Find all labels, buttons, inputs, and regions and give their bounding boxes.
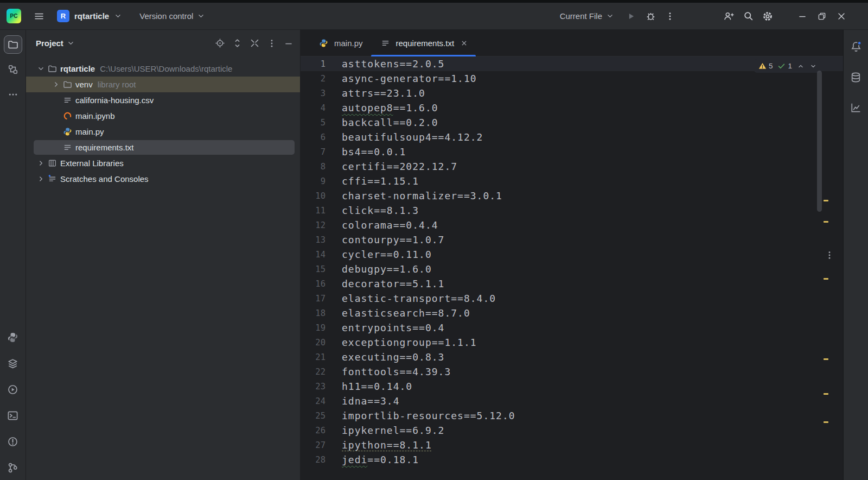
line-number[interactable]: 18 — [301, 308, 326, 318]
code-with-me-button[interactable] — [720, 8, 737, 24]
chevron-right-icon[interactable] — [36, 175, 46, 183]
warning-stripe-mark[interactable] — [824, 200, 828, 201]
line-number[interactable]: 22 — [301, 367, 326, 377]
search-everywhere-button[interactable] — [740, 8, 756, 24]
code-line-14[interactable]: 14cycler==0.11.0 — [301, 247, 843, 262]
line-number[interactable]: 17 — [301, 294, 326, 304]
code-line-8[interactable]: 8certifi==2022.12.7 — [301, 159, 843, 174]
line-number[interactable]: 5 — [301, 118, 326, 128]
main-menu-button[interactable] — [31, 8, 47, 24]
scrollbar-thumb[interactable] — [817, 71, 822, 212]
code-line-24[interactable]: 24idna==3.4 — [301, 394, 843, 408]
panel-options-button[interactable] — [267, 39, 277, 48]
next-problem-button[interactable] — [809, 62, 817, 70]
line-number[interactable]: 28 — [301, 455, 326, 465]
line-number[interactable]: 10 — [301, 191, 326, 201]
chevron-right-icon[interactable] — [36, 159, 46, 167]
version-control-tool-button[interactable] — [4, 458, 22, 477]
line-number[interactable]: 12 — [301, 220, 326, 230]
terminal-tool-button[interactable] — [4, 406, 22, 425]
line-number[interactable]: 21 — [301, 352, 326, 362]
line-number[interactable]: 2 — [301, 74, 326, 84]
collapse-all-button[interactable] — [250, 38, 260, 48]
warnings-badge[interactable]: 5 — [758, 62, 773, 70]
restore-button[interactable] — [814, 8, 830, 24]
code-line-21[interactable]: 21executing==0.8.3 — [301, 350, 843, 364]
passed-badge[interactable]: 1 — [777, 62, 792, 70]
code-line-20[interactable]: 20exceptiongroup==1.1.1 — [301, 335, 843, 350]
code-line-2[interactable]: 2async-generator==1.10 — [301, 71, 843, 86]
line-number[interactable]: 7 — [301, 147, 326, 157]
code-line-22[interactable]: 22fonttools==4.39.3 — [301, 364, 843, 379]
code-line-7[interactable]: 7bs4==0.0.1 — [301, 144, 843, 159]
close-button[interactable] — [833, 8, 850, 24]
code-line-10[interactable]: 10charset-normalizer==3.0.1 — [301, 188, 843, 203]
tab-main-py[interactable]: main.py — [309, 30, 371, 56]
line-number[interactable]: 1 — [301, 59, 326, 69]
more-tool-windows-button[interactable] — [4, 85, 22, 104]
warning-stripe-mark[interactable] — [824, 393, 828, 395]
line-number[interactable]: 6 — [301, 132, 326, 142]
commit-tool-button[interactable] — [4, 60, 22, 79]
problems-tool-button[interactable] — [4, 432, 22, 451]
chart-tool-button[interactable] — [847, 98, 865, 117]
run-tool-button[interactable] — [4, 380, 22, 399]
select-opened-file-button[interactable] — [215, 38, 225, 48]
warning-stripe-mark[interactable] — [824, 358, 828, 360]
tree-item-main-ipynb[interactable]: main.ipynb — [26, 108, 300, 124]
line-number[interactable]: 9 — [301, 176, 326, 186]
chevron-right-icon[interactable] — [51, 80, 61, 89]
code-line-12[interactable]: 12colorama==0.4.4 — [301, 218, 843, 232]
code-line-16[interactable]: 16decorator==5.1.1 — [301, 276, 843, 291]
chevron-down-icon[interactable] — [36, 65, 46, 73]
notifications-tool-button[interactable] — [847, 37, 865, 56]
line-number[interactable]: 14 — [301, 250, 326, 260]
database-tool-button[interactable] — [847, 68, 865, 86]
code-line-9[interactable]: 9cffi==1.15.1 — [301, 174, 843, 188]
line-number[interactable]: 16 — [301, 279, 326, 289]
python-packages-tool-button[interactable] — [4, 328, 22, 346]
tree-item-scratches-and-consoles[interactable]: Scratches and Consoles — [26, 171, 300, 187]
code-line-27[interactable]: 27ipython==8.1.1 — [301, 438, 843, 452]
tree-item-requirements-txt[interactable]: requirements.txt — [26, 140, 300, 155]
code-line-6[interactable]: 6beautifulsoup4==4.12.2 — [301, 130, 843, 144]
tree-item-venv[interactable]: venvlibrary root — [26, 77, 300, 92]
line-number[interactable]: 23 — [301, 382, 326, 391]
warning-stripe-mark[interactable] — [824, 421, 828, 423]
code-line-28[interactable]: 28jedi==0.18.1 — [301, 452, 843, 467]
chevron-down-icon[interactable] — [67, 39, 75, 47]
services-tool-button[interactable] — [4, 354, 22, 372]
hide-panel-button[interactable] — [284, 39, 293, 48]
code-line-17[interactable]: 17elastic-transport==8.4.0 — [301, 291, 843, 306]
warning-stripe-mark[interactable] — [824, 278, 828, 280]
code-line-4[interactable]: 4autopep8==1.6.0 — [301, 100, 843, 115]
line-number[interactable]: 19 — [301, 323, 326, 333]
run-button[interactable] — [623, 8, 639, 24]
version-control-selector[interactable]: Version control — [139, 11, 205, 21]
project-selector[interactable]: R rqtarticle — [57, 10, 122, 22]
code-line-23[interactable]: 23h11==0.14.0 — [301, 379, 843, 394]
code-line-13[interactable]: 13contourpy==1.0.7 — [301, 232, 843, 247]
run-configuration-selector[interactable]: Current File — [560, 11, 614, 21]
code-line-26[interactable]: 26ipykernel==6.9.2 — [301, 423, 843, 438]
settings-button[interactable] — [760, 8, 776, 24]
code-line-5[interactable]: 5backcall==0.2.0 — [301, 115, 843, 130]
line-number[interactable]: 20 — [301, 338, 326, 348]
more-actions-button[interactable] — [662, 8, 678, 24]
tree-item-main-py[interactable]: main.py — [26, 124, 300, 140]
expand-all-button[interactable] — [232, 38, 242, 48]
code-line-25[interactable]: 25importlib-resources==5.12.0 — [301, 408, 843, 423]
code-line-19[interactable]: 19entrypoints==0.4 — [301, 320, 843, 335]
project-panel-title[interactable]: Project — [36, 39, 63, 48]
tab-requirements-txt[interactable]: requirements.txt — [371, 30, 476, 56]
warning-stripe-mark[interactable] — [824, 221, 828, 223]
line-number[interactable]: 8 — [301, 162, 326, 172]
line-number[interactable]: 25 — [301, 411, 326, 421]
close-tab-icon[interactable] — [461, 40, 468, 47]
code-line-15[interactable]: 15debugpy==1.6.0 — [301, 262, 843, 276]
code-line-11[interactable]: 11click==8.1.3 — [301, 203, 843, 218]
tree-item-california-housing-csv[interactable]: california-housing.csv — [26, 92, 300, 108]
line-number[interactable]: 13 — [301, 235, 326, 245]
project-tool-button[interactable] — [4, 35, 22, 54]
previous-problem-button[interactable] — [797, 62, 805, 70]
